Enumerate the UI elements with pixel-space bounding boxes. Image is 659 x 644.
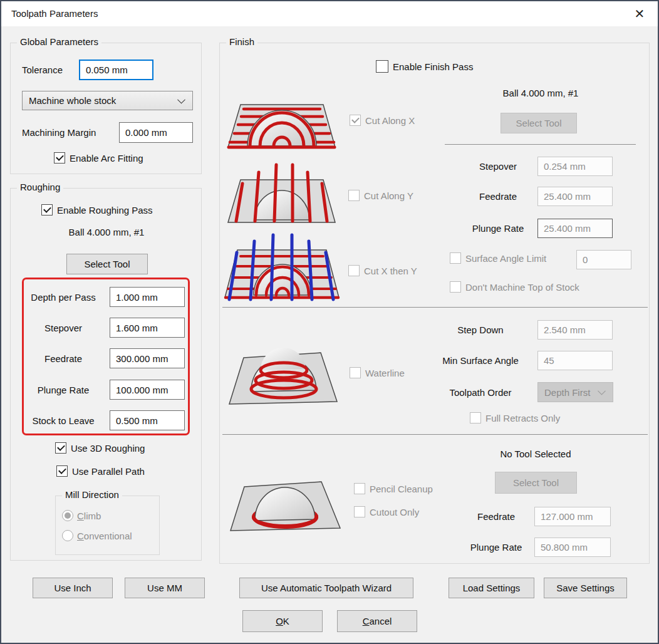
use-parallel-path-label: Use Parallel Path bbox=[72, 465, 145, 477]
save-settings-button[interactable]: Save Settings bbox=[544, 578, 627, 598]
enable-arc-fitting-checkbox[interactable] bbox=[54, 152, 65, 164]
machining-margin-label: Machining Margin bbox=[22, 122, 96, 143]
pencil-plunge-rate-label: Plunge Rate bbox=[459, 538, 534, 557]
pencil-cleanup-preview-image bbox=[225, 450, 345, 537]
chevron-down-icon bbox=[177, 95, 185, 103]
finish-plunge-rate-input[interactable] bbox=[537, 219, 613, 238]
finish-feedrate-label: Feedrate bbox=[460, 187, 536, 206]
pencil-feedrate-input[interactable] bbox=[534, 507, 611, 526]
toolpath-order-label: Toolpath Order bbox=[437, 382, 524, 402]
min-surface-angle-label: Min Surface Angle bbox=[437, 351, 524, 370]
pencil-plunge-rate-input[interactable] bbox=[534, 538, 611, 557]
conventional-label: Conventional bbox=[77, 530, 132, 543]
enable-finish-pass-checkbox[interactable] bbox=[376, 60, 388, 73]
step-down-input[interactable] bbox=[537, 320, 613, 340]
finish-plunge-rate-label: Plunge Rate bbox=[460, 219, 536, 238]
cut-along-x-preview-image bbox=[223, 87, 341, 151]
climb-radio[interactable] bbox=[62, 510, 73, 521]
global-parameters-group: Global Parameters Tolerance Machine whol… bbox=[10, 43, 202, 174]
cutout-only-checkbox[interactable] bbox=[354, 506, 365, 517]
dont-machine-top-checkbox[interactable] bbox=[450, 281, 461, 293]
cut-along-y-preview-image bbox=[223, 156, 341, 227]
finish-stepover-label: Stepover bbox=[460, 157, 536, 176]
roughing-stepover-label: Stepover bbox=[26, 318, 101, 338]
close-icon: ✕ bbox=[635, 6, 645, 21]
cut-along-x-label: Cut Along X bbox=[365, 114, 415, 127]
stock-to-leave-input[interactable] bbox=[110, 410, 185, 430]
ok-button[interactable]: OK bbox=[242, 610, 323, 632]
enable-finish-pass-label: Enable Finish Pass bbox=[393, 60, 473, 73]
surface-angle-limit-input[interactable] bbox=[576, 250, 631, 269]
automatic-toolpath-wizard-button[interactable]: Use Automatic Toolpath Wizard bbox=[239, 578, 413, 598]
enable-arc-fitting-label: Enable Arc Fitting bbox=[70, 152, 143, 164]
roughing-select-tool-button[interactable]: Select Tool bbox=[66, 254, 148, 274]
waterline-preview-image bbox=[225, 325, 343, 409]
finish-divider-2 bbox=[222, 307, 648, 308]
toolpath-order-value: Depth First bbox=[544, 387, 590, 398]
finish-stepover-input[interactable] bbox=[537, 157, 613, 176]
depth-per-pass-input[interactable] bbox=[110, 287, 185, 307]
finish-feedrate-input[interactable] bbox=[537, 187, 613, 206]
finish-group: Finish Enable Finish Pass bbox=[219, 43, 650, 564]
roughing-plunge-rate-label: Plunge Rate bbox=[26, 380, 101, 400]
finish-divider-1 bbox=[445, 144, 636, 145]
stock-mode-value: Machine whole stock bbox=[29, 95, 116, 106]
full-retracts-only-checkbox[interactable] bbox=[470, 412, 481, 423]
cut-x-then-y-checkbox[interactable] bbox=[348, 265, 360, 276]
cut-x-then-y-label: Cut X then Y bbox=[364, 264, 417, 277]
global-parameters-group-label: Global Parameters bbox=[17, 36, 101, 47]
chevron-down-icon bbox=[598, 387, 606, 395]
cancel-button[interactable]: Cancel bbox=[337, 610, 417, 632]
finish-divider-3 bbox=[222, 434, 648, 435]
roughing-tool-name: Ball 4.000 mm, #1 bbox=[11, 225, 202, 239]
mill-direction-group: Mill Direction Climb Conventional bbox=[55, 496, 160, 555]
use-parallel-path-checkbox[interactable] bbox=[56, 465, 68, 477]
tolerance-label: Tolerance bbox=[22, 60, 63, 80]
tolerance-input[interactable] bbox=[79, 60, 153, 80]
window-title: Toolpath Parameters bbox=[11, 1, 98, 26]
use-3d-roughing-label: Use 3D Roughing bbox=[71, 442, 145, 454]
stock-mode-dropdown[interactable]: Machine whole stock bbox=[22, 91, 193, 110]
load-settings-button[interactable]: Load Settings bbox=[449, 578, 534, 598]
stock-to-leave-label: Stock to Leave bbox=[26, 410, 101, 430]
dont-machine-top-label: Don't Machine Top of Stock bbox=[465, 281, 579, 293]
cutout-only-label: Cutout Only bbox=[370, 506, 419, 518]
finish-tool-name: Ball 4.000 mm, #1 bbox=[453, 86, 628, 100]
enable-roughing-pass-checkbox[interactable] bbox=[41, 204, 53, 216]
conventional-radio[interactable] bbox=[62, 530, 73, 541]
finish-select-tool-button[interactable]: Select Tool bbox=[501, 113, 577, 133]
roughing-plunge-rate-input[interactable] bbox=[110, 380, 185, 400]
climb-label: Climb bbox=[77, 510, 101, 522]
roughing-stepover-input[interactable] bbox=[110, 318, 185, 338]
roughing-feedrate-input[interactable] bbox=[110, 348, 185, 368]
toolpath-order-dropdown[interactable]: Depth First bbox=[537, 382, 613, 402]
pencil-cleanup-label: Pencil Cleanup bbox=[370, 482, 433, 495]
title-bar: Toolpath Parameters ✕ bbox=[1, 1, 658, 26]
roughing-group: Roughing Enable Roughing Pass Ball 4.000… bbox=[10, 188, 202, 561]
toolpath-parameters-dialog: Toolpath Parameters ✕ Global Parameters … bbox=[0, 0, 659, 644]
use-inch-button[interactable]: Use Inch bbox=[33, 578, 113, 598]
cut-along-x-checkbox[interactable] bbox=[350, 115, 361, 126]
waterline-checkbox[interactable] bbox=[350, 367, 361, 378]
pencil-select-tool-button[interactable]: Select Tool bbox=[495, 472, 577, 494]
depth-per-pass-label: Depth per Pass bbox=[26, 287, 101, 307]
use-mm-button[interactable]: Use MM bbox=[125, 578, 205, 598]
pencil-tool-name: No Tool Selected bbox=[448, 447, 623, 460]
use-3d-roughing-checkbox[interactable] bbox=[55, 442, 66, 454]
full-retracts-only-label: Full Retracts Only bbox=[485, 412, 560, 424]
min-surface-angle-input[interactable] bbox=[537, 351, 613, 370]
cut-x-then-y-preview-image bbox=[221, 230, 343, 303]
machining-margin-input[interactable] bbox=[119, 122, 193, 143]
waterline-label: Waterline bbox=[365, 366, 405, 379]
surface-angle-limit-checkbox[interactable] bbox=[450, 252, 461, 264]
close-button[interactable]: ✕ bbox=[629, 3, 650, 25]
pencil-feedrate-label: Feedrate bbox=[459, 507, 534, 526]
enable-roughing-pass-label: Enable Roughing Pass bbox=[57, 204, 153, 216]
mill-direction-group-label: Mill Direction bbox=[62, 489, 122, 500]
finish-group-label: Finish bbox=[226, 36, 257, 47]
cut-along-y-label: Cut Along Y bbox=[364, 189, 413, 202]
roughing-group-label: Roughing bbox=[17, 182, 63, 192]
cut-along-y-checkbox[interactable] bbox=[348, 190, 360, 201]
step-down-label: Step Down bbox=[443, 320, 518, 340]
pencil-cleanup-checkbox[interactable] bbox=[354, 483, 365, 494]
